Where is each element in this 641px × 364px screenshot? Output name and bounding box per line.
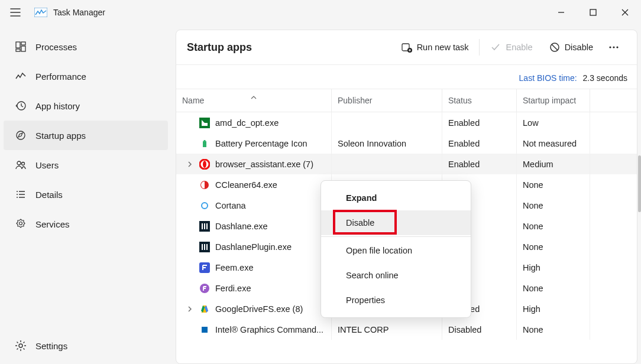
cell-status: Enabled	[448, 160, 480, 169]
action-label: Run new task	[417, 43, 469, 52]
context-menu-item[interactable]: Search online	[321, 263, 471, 288]
scrollbar-thumb[interactable]	[638, 155, 641, 212]
bios-value: 2.3 seconds	[583, 73, 628, 83]
sidebar-item-details[interactable]: Details	[4, 180, 168, 209]
cell-name: browser_assistant.exe (7)	[215, 160, 313, 169]
app-row-icon	[199, 117, 211, 129]
column-header-impact[interactable]: Startup impact	[517, 89, 590, 112]
context-menu: ExpandDisableOpen file locationSearch on…	[320, 180, 471, 318]
cell-impact: None	[523, 180, 543, 190]
nav-label: Performance	[35, 72, 86, 82]
context-menu-item[interactable]: Open file location	[321, 238, 471, 263]
context-menu-item[interactable]: Properties	[321, 288, 471, 313]
svg-point-16	[613, 46, 614, 48]
svg-point-8	[17, 161, 21, 165]
run-new-task-icon	[402, 42, 412, 53]
grid-header: Name Publisher Status Startup impact	[176, 89, 637, 112]
nav-label: Users	[35, 160, 59, 170]
table-row[interactable]: amd_dc_opt.exeEnabledLow	[176, 112, 637, 133]
context-menu-item[interactable]: Expand	[321, 186, 471, 210]
app-row-icon	[199, 303, 211, 315]
col-label: Startup impact	[523, 96, 576, 105]
nav-label: Settings	[35, 341, 67, 351]
app-row-icon	[199, 282, 211, 294]
svg-rect-3	[21, 42, 25, 45]
action-label: Enable	[506, 43, 532, 52]
sidebar: ProcessesPerformanceApp historyStartup a…	[0, 25, 171, 364]
cell-name: amd_dc_opt.exe	[215, 118, 279, 128]
disable-button[interactable]: Disable	[541, 30, 601, 64]
sidebar-item-users[interactable]: Users	[4, 150, 168, 180]
cell-impact: None	[523, 284, 543, 293]
cell-publisher: Soleon Innovation	[338, 139, 406, 148]
sidebar-item-settings[interactable]: Settings	[4, 331, 168, 360]
app-row-icon	[199, 241, 211, 253]
expand-chevron-icon[interactable]	[183, 161, 196, 167]
svg-point-7	[17, 131, 25, 139]
sidebar-item-app-history[interactable]: App history	[4, 91, 168, 121]
svg-point-22	[203, 161, 206, 168]
svg-rect-4	[21, 46, 25, 51]
svg-point-24	[202, 203, 208, 209]
close-button[interactable]	[609, 1, 641, 24]
col-label: Name	[182, 96, 204, 105]
cell-name: DashlanePlugin.exe	[215, 242, 292, 252]
minimize-button[interactable]	[545, 1, 577, 24]
sort-caret-icon	[251, 92, 257, 101]
app-title: Task Manager	[53, 8, 105, 17]
svg-rect-1	[590, 9, 596, 15]
table-row[interactable]: Battery Percentage IconSoleon Innovation…	[176, 133, 637, 154]
svg-point-11	[19, 344, 22, 347]
cell-name: Ferdi.exe	[215, 284, 251, 293]
cell-impact: High	[523, 304, 540, 314]
expand-chevron-icon[interactable]	[183, 306, 196, 312]
svg-rect-29	[202, 327, 208, 333]
context-menu-item[interactable]: Disable	[321, 210, 471, 235]
cell-impact: Low	[523, 118, 539, 128]
cell-publisher: INTEL CORP	[338, 325, 389, 334]
cell-impact: Not measured	[523, 139, 577, 148]
app-icon	[34, 8, 47, 17]
svg-rect-0	[34, 8, 47, 17]
cell-name: Feem.exe	[215, 263, 253, 272]
divider	[479, 39, 480, 56]
cell-impact: Medium	[523, 160, 553, 169]
sidebar-item-services[interactable]: Services	[4, 209, 168, 239]
app-row-icon	[199, 262, 211, 274]
cell-status: Enabled	[448, 118, 480, 128]
cell-name: Dashlane.exe	[215, 222, 268, 231]
app-row-icon	[199, 179, 211, 191]
sidebar-item-performance[interactable]: Performance	[4, 61, 168, 91]
app-row-icon	[199, 200, 211, 212]
svg-rect-2	[16, 42, 20, 48]
services-icon	[14, 217, 27, 230]
table-row[interactable]: browser_assistant.exe (7)EnabledMedium	[176, 154, 637, 174]
processes-icon	[14, 40, 27, 53]
sidebar-item-startup[interactable]: Startup apps	[4, 121, 168, 150]
nav-label: Startup apps	[35, 131, 86, 141]
header-actions: Run new task Enable Disable	[393, 30, 626, 64]
cell-name: Intel® Graphics Command...	[215, 325, 323, 334]
nav-label: App history	[35, 101, 80, 111]
more-button[interactable]	[601, 42, 626, 53]
svg-rect-19	[203, 141, 206, 147]
details-icon	[14, 188, 27, 201]
column-header-status[interactable]: Status	[442, 89, 517, 112]
cell-impact: High	[523, 263, 540, 272]
page-title: Startup apps	[187, 41, 252, 54]
svg-point-17	[616, 46, 618, 48]
table-row[interactable]: Intel® Graphics Command...INTEL CORPDisa…	[176, 319, 637, 340]
column-header-name[interactable]: Name	[176, 89, 332, 112]
cell-name: GoogleDriveFS.exe (8)	[215, 304, 303, 314]
run-new-task-button[interactable]: Run new task	[393, 30, 477, 64]
col-label: Status	[448, 96, 472, 105]
maximize-button[interactable]	[577, 1, 609, 24]
content-header: Startup apps Run new task Enable Disable	[176, 30, 637, 65]
hamburger-menu-button[interactable]	[5, 2, 26, 23]
window-controls	[545, 1, 641, 24]
column-header-publisher[interactable]: Publisher	[332, 89, 442, 112]
enable-button: Enable	[482, 30, 540, 64]
cell-status: Disabled	[448, 325, 481, 334]
startup-icon	[14, 129, 27, 142]
sidebar-item-processes[interactable]: Processes	[4, 32, 168, 61]
